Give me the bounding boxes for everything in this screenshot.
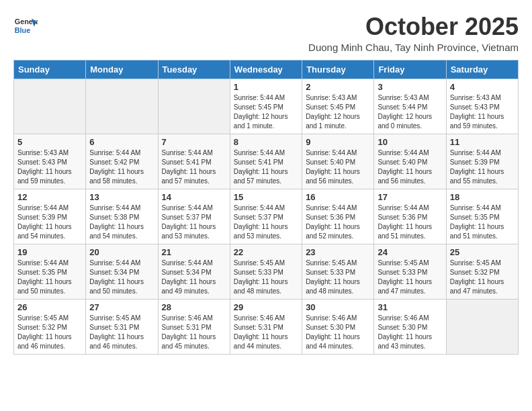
cell-sun-info: Sunrise: 5:44 AM Sunset: 5:34 PM Dayligh… bbox=[89, 259, 154, 296]
cell-sun-info: Sunrise: 5:43 AM Sunset: 5:45 PM Dayligh… bbox=[306, 93, 370, 131]
day-number: 8 bbox=[234, 137, 298, 147]
cell-sun-info: Sunrise: 5:43 AM Sunset: 5:43 PM Dayligh… bbox=[17, 148, 82, 186]
cell-sun-info: Sunrise: 5:46 AM Sunset: 5:31 PM Dayligh… bbox=[162, 314, 226, 351]
cell-sun-info: Sunrise: 5:45 AM Sunset: 5:32 PM Dayligh… bbox=[450, 259, 515, 296]
cell-sun-info: Sunrise: 5:44 AM Sunset: 5:42 PM Dayligh… bbox=[89, 148, 154, 186]
day-number: 28 bbox=[162, 302, 226, 312]
cell-sun-info: Sunrise: 5:44 AM Sunset: 5:41 PM Dayligh… bbox=[162, 148, 226, 186]
day-number: 29 bbox=[234, 302, 298, 312]
cell-sun-info: Sunrise: 5:46 AM Sunset: 5:31 PM Dayligh… bbox=[234, 314, 298, 351]
day-number: 30 bbox=[306, 302, 370, 312]
calendar-cell: 2Sunrise: 5:43 AM Sunset: 5:45 PM Daylig… bbox=[302, 79, 374, 134]
calendar-cell: 19Sunrise: 5:44 AM Sunset: 5:35 PM Dayli… bbox=[14, 244, 86, 299]
svg-text:Blue: Blue bbox=[15, 26, 30, 34]
day-number: 14 bbox=[162, 192, 226, 202]
calendar-cell: 12Sunrise: 5:44 AM Sunset: 5:39 PM Dayli… bbox=[14, 189, 86, 244]
calendar-cell: 9Sunrise: 5:44 AM Sunset: 5:40 PM Daylig… bbox=[302, 134, 374, 189]
weekday-header: Thursday bbox=[302, 60, 374, 79]
day-number: 5 bbox=[17, 137, 82, 147]
day-number: 2 bbox=[306, 82, 370, 92]
day-number: 1 bbox=[234, 82, 298, 92]
cell-sun-info: Sunrise: 5:44 AM Sunset: 5:34 PM Dayligh… bbox=[162, 259, 226, 296]
calendar-cell: 31Sunrise: 5:46 AM Sunset: 5:30 PM Dayli… bbox=[374, 299, 446, 354]
calendar-cell bbox=[14, 79, 86, 134]
cell-sun-info: Sunrise: 5:44 AM Sunset: 5:45 PM Dayligh… bbox=[234, 93, 298, 131]
calendar-cell: 4Sunrise: 5:43 AM Sunset: 5:43 PM Daylig… bbox=[446, 79, 518, 134]
calendar-cell: 17Sunrise: 5:44 AM Sunset: 5:36 PM Dayli… bbox=[374, 189, 446, 244]
calendar-cell: 14Sunrise: 5:44 AM Sunset: 5:37 PM Dayli… bbox=[158, 189, 230, 244]
day-number: 20 bbox=[89, 247, 154, 257]
calendar-cell bbox=[446, 299, 518, 354]
weekday-header: Friday bbox=[374, 60, 446, 79]
day-number: 9 bbox=[306, 137, 370, 147]
cell-sun-info: Sunrise: 5:44 AM Sunset: 5:35 PM Dayligh… bbox=[17, 259, 82, 296]
weekday-header: Wednesday bbox=[230, 60, 302, 79]
day-number: 19 bbox=[17, 247, 82, 257]
day-number: 27 bbox=[89, 302, 154, 312]
cell-sun-info: Sunrise: 5:43 AM Sunset: 5:43 PM Dayligh… bbox=[450, 93, 515, 131]
calendar-table: SundayMondayTuesdayWednesdayThursdayFrid… bbox=[13, 60, 519, 355]
cell-sun-info: Sunrise: 5:44 AM Sunset: 5:37 PM Dayligh… bbox=[234, 203, 298, 241]
cell-sun-info: Sunrise: 5:45 AM Sunset: 5:32 PM Dayligh… bbox=[17, 314, 82, 351]
calendar-cell bbox=[158, 79, 230, 134]
calendar-cell: 11Sunrise: 5:44 AM Sunset: 5:39 PM Dayli… bbox=[446, 134, 518, 189]
calendar-cell: 8Sunrise: 5:44 AM Sunset: 5:41 PM Daylig… bbox=[230, 134, 302, 189]
calendar-week-row: 5Sunrise: 5:43 AM Sunset: 5:43 PM Daylig… bbox=[14, 134, 519, 189]
cell-sun-info: Sunrise: 5:44 AM Sunset: 5:40 PM Dayligh… bbox=[378, 148, 442, 186]
cell-sun-info: Sunrise: 5:44 AM Sunset: 5:37 PM Dayligh… bbox=[162, 203, 226, 241]
cell-sun-info: Sunrise: 5:44 AM Sunset: 5:36 PM Dayligh… bbox=[306, 203, 370, 241]
logo: General Blue bbox=[13, 13, 40, 38]
calendar-cell: 15Sunrise: 5:44 AM Sunset: 5:37 PM Dayli… bbox=[230, 189, 302, 244]
day-number: 25 bbox=[450, 247, 515, 257]
calendar-header-row: SundayMondayTuesdayWednesdayThursdayFrid… bbox=[14, 60, 519, 79]
day-number: 13 bbox=[89, 192, 154, 202]
calendar-cell: 13Sunrise: 5:44 AM Sunset: 5:38 PM Dayli… bbox=[86, 189, 158, 244]
cell-sun-info: Sunrise: 5:45 AM Sunset: 5:33 PM Dayligh… bbox=[378, 259, 442, 296]
calendar-cell: 1Sunrise: 5:44 AM Sunset: 5:45 PM Daylig… bbox=[230, 79, 302, 134]
day-number: 24 bbox=[378, 247, 442, 257]
calendar-cell: 27Sunrise: 5:45 AM Sunset: 5:31 PM Dayli… bbox=[86, 299, 158, 354]
calendar-cell: 23Sunrise: 5:45 AM Sunset: 5:33 PM Dayli… bbox=[302, 244, 374, 299]
calendar-week-row: 26Sunrise: 5:45 AM Sunset: 5:32 PM Dayli… bbox=[14, 299, 519, 354]
cell-sun-info: Sunrise: 5:43 AM Sunset: 5:44 PM Dayligh… bbox=[378, 93, 442, 131]
cell-sun-info: Sunrise: 5:45 AM Sunset: 5:33 PM Dayligh… bbox=[234, 259, 298, 296]
day-number: 21 bbox=[162, 247, 226, 257]
day-number: 22 bbox=[234, 247, 298, 257]
day-number: 23 bbox=[306, 247, 370, 257]
cell-sun-info: Sunrise: 5:44 AM Sunset: 5:38 PM Dayligh… bbox=[89, 203, 154, 241]
day-number: 16 bbox=[306, 192, 370, 202]
calendar-cell: 28Sunrise: 5:46 AM Sunset: 5:31 PM Dayli… bbox=[158, 299, 230, 354]
cell-sun-info: Sunrise: 5:44 AM Sunset: 5:36 PM Dayligh… bbox=[378, 203, 442, 241]
calendar-cell: 10Sunrise: 5:44 AM Sunset: 5:40 PM Dayli… bbox=[374, 134, 446, 189]
calendar-cell: 18Sunrise: 5:44 AM Sunset: 5:35 PM Dayli… bbox=[446, 189, 518, 244]
weekday-header: Sunday bbox=[14, 60, 86, 79]
weekday-header: Tuesday bbox=[158, 60, 230, 79]
calendar-cell: 24Sunrise: 5:45 AM Sunset: 5:33 PM Dayli… bbox=[374, 244, 446, 299]
calendar-cell: 22Sunrise: 5:45 AM Sunset: 5:33 PM Dayli… bbox=[230, 244, 302, 299]
cell-sun-info: Sunrise: 5:44 AM Sunset: 5:35 PM Dayligh… bbox=[450, 203, 515, 241]
cell-sun-info: Sunrise: 5:46 AM Sunset: 5:30 PM Dayligh… bbox=[378, 314, 442, 351]
calendar-cell: 7Sunrise: 5:44 AM Sunset: 5:41 PM Daylig… bbox=[158, 134, 230, 189]
calendar-cell: 6Sunrise: 5:44 AM Sunset: 5:42 PM Daylig… bbox=[86, 134, 158, 189]
cell-sun-info: Sunrise: 5:44 AM Sunset: 5:39 PM Dayligh… bbox=[450, 148, 515, 186]
calendar-week-row: 19Sunrise: 5:44 AM Sunset: 5:35 PM Dayli… bbox=[14, 244, 519, 299]
cell-sun-info: Sunrise: 5:45 AM Sunset: 5:31 PM Dayligh… bbox=[89, 314, 154, 351]
cell-sun-info: Sunrise: 5:44 AM Sunset: 5:39 PM Dayligh… bbox=[17, 203, 82, 241]
cell-sun-info: Sunrise: 5:45 AM Sunset: 5:33 PM Dayligh… bbox=[306, 259, 370, 296]
calendar-cell: 20Sunrise: 5:44 AM Sunset: 5:34 PM Dayli… bbox=[86, 244, 158, 299]
day-number: 18 bbox=[450, 192, 515, 202]
calendar-cell: 3Sunrise: 5:43 AM Sunset: 5:44 PM Daylig… bbox=[374, 79, 446, 134]
calendar-cell: 25Sunrise: 5:45 AM Sunset: 5:32 PM Dayli… bbox=[446, 244, 518, 299]
calendar-cell: 5Sunrise: 5:43 AM Sunset: 5:43 PM Daylig… bbox=[14, 134, 86, 189]
day-number: 4 bbox=[450, 82, 515, 92]
day-number: 15 bbox=[234, 192, 298, 202]
day-number: 17 bbox=[378, 192, 442, 202]
calendar-cell bbox=[86, 79, 158, 134]
day-number: 3 bbox=[378, 82, 442, 92]
weekday-header: Saturday bbox=[446, 60, 518, 79]
calendar-week-row: 12Sunrise: 5:44 AM Sunset: 5:39 PM Dayli… bbox=[14, 189, 519, 244]
calendar-cell: 26Sunrise: 5:45 AM Sunset: 5:32 PM Dayli… bbox=[14, 299, 86, 354]
cell-sun-info: Sunrise: 5:46 AM Sunset: 5:30 PM Dayligh… bbox=[306, 314, 370, 351]
day-number: 31 bbox=[378, 302, 442, 312]
calendar-cell: 21Sunrise: 5:44 AM Sunset: 5:34 PM Dayli… bbox=[158, 244, 230, 299]
